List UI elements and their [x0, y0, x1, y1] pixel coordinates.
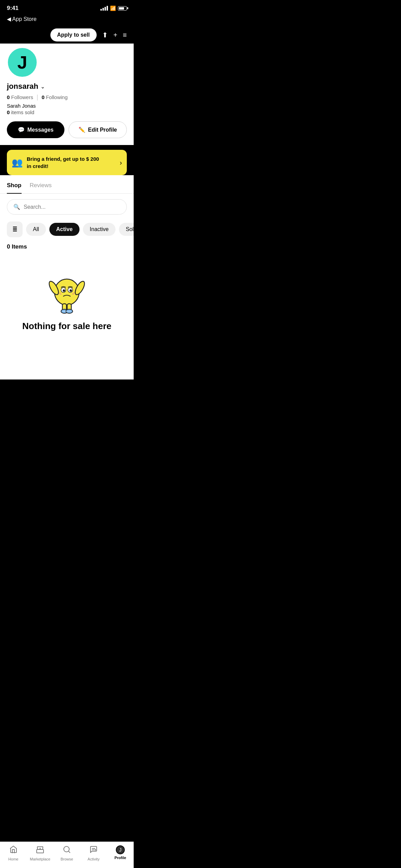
real-name: Sarah Jonas	[7, 103, 127, 109]
following-count: 0	[41, 94, 44, 100]
items-count: 0 Items	[0, 242, 134, 257]
stats-divider: |	[37, 94, 38, 101]
mascot-illustration	[46, 271, 87, 315]
items-sold-count: 0	[7, 109, 10, 115]
messages-button[interactable]: 💬 Messages	[7, 121, 64, 138]
back-label[interactable]: ◀ App Store	[7, 16, 37, 22]
tab-shop[interactable]: Shop	[7, 182, 22, 194]
search-input[interactable]	[24, 204, 120, 210]
following-label: Following	[46, 94, 68, 100]
referral-chevron-icon: ›	[120, 159, 122, 167]
edit-icon: ✏️	[78, 126, 85, 133]
filter-sold[interactable]: Sold	[119, 223, 134, 236]
username-row[interactable]: jonsarah ⌄	[7, 82, 127, 91]
back-navigation[interactable]: ◀ App Store	[0, 14, 134, 26]
followers-count: 0	[7, 94, 10, 100]
battery-icon	[118, 6, 127, 11]
filter-active[interactable]: Active	[49, 223, 80, 236]
stats-row: 0 Followers | 0 Following	[7, 94, 127, 101]
referral-banner[interactable]: 👥 Bring a friend, get up to $ 200in cred…	[7, 150, 127, 175]
edit-profile-button[interactable]: ✏️ Edit Profile	[69, 121, 127, 138]
filter-all[interactable]: All	[26, 223, 46, 236]
svg-point-5	[63, 289, 65, 292]
apply-to-sell-button[interactable]: Apply to sell	[50, 28, 97, 41]
username[interactable]: jonsarah	[7, 82, 38, 91]
profile-header: J jonsarah ⌄ 0 Followers | 0 Following S…	[0, 44, 134, 145]
search-icon: 🔍	[13, 204, 20, 210]
share-button[interactable]: ⬆	[102, 31, 108, 39]
status-bar: 9:41 📶	[0, 0, 134, 14]
referral-text: Bring a friend, get up to $ 200in credit…	[27, 155, 99, 170]
filter-icon: ≣	[12, 226, 17, 233]
items-sold: 0 items sold	[7, 109, 127, 115]
tab-reviews[interactable]: Reviews	[30, 182, 52, 194]
followers-label: Followers	[11, 94, 33, 100]
filter-bar: ≣ All Active Inactive Sold	[0, 218, 134, 242]
messages-icon: 💬	[18, 126, 25, 133]
referral-left: 👥 Bring a friend, get up to $ 200in cred…	[12, 155, 99, 170]
referral-friends-icon: 👥	[12, 157, 23, 168]
action-buttons: 💬 Messages ✏️ Edit Profile	[7, 121, 127, 138]
tabs-bar: Shop Reviews	[0, 182, 134, 194]
chevron-down-icon[interactable]: ⌄	[40, 83, 45, 90]
signal-icon	[100, 6, 108, 11]
add-button[interactable]: +	[113, 31, 118, 39]
items-sold-label: items sold	[11, 109, 35, 115]
menu-button[interactable]: ≡	[123, 31, 127, 39]
empty-state-message: Nothing for sale here	[22, 321, 111, 331]
empty-state: Nothing for sale here	[0, 257, 134, 342]
avatar-container: J	[7, 44, 127, 78]
content-area: Shop Reviews 🔍 ≣ All Active Inactive Sol…	[0, 175, 134, 379]
search-container: 🔍	[0, 194, 134, 218]
svg-point-6	[70, 289, 72, 292]
wifi-icon: 📶	[110, 5, 116, 11]
filter-inactive[interactable]: Inactive	[83, 223, 116, 236]
status-icons: 📶	[100, 5, 127, 11]
search-wrapper[interactable]: 🔍	[7, 199, 127, 215]
avatar: J	[7, 47, 38, 78]
filter-options-button[interactable]: ≣	[7, 221, 23, 237]
time: 9:41	[7, 5, 19, 12]
